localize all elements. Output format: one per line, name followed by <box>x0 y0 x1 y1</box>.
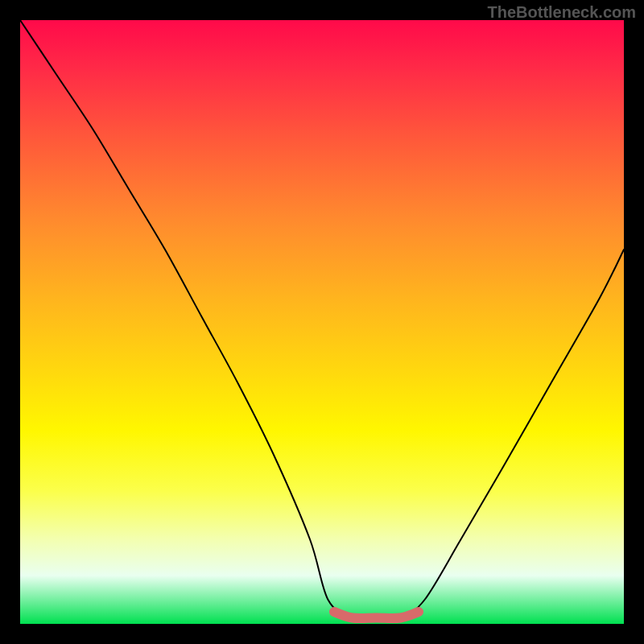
bottleneck-curve-svg <box>20 20 624 624</box>
watermark-text: TheBottleneck.com <box>488 3 636 22</box>
optimal-range-highlight <box>334 612 419 618</box>
plot-area <box>20 20 624 624</box>
bottleneck-curve-path <box>20 20 624 619</box>
chart-frame: TheBottleneck.com <box>0 0 644 644</box>
